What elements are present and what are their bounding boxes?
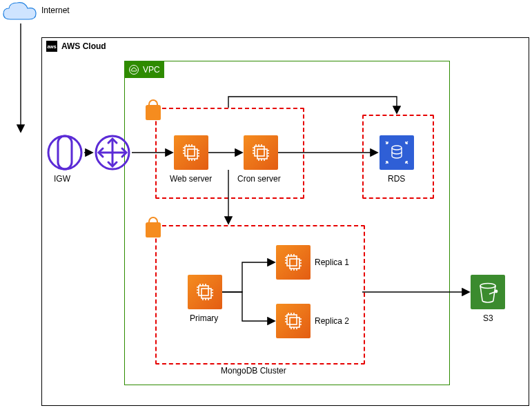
connectors	[0, 0, 532, 408]
architecture-diagram: Internet aws AWS Cloud VPC IGW	[0, 0, 532, 408]
